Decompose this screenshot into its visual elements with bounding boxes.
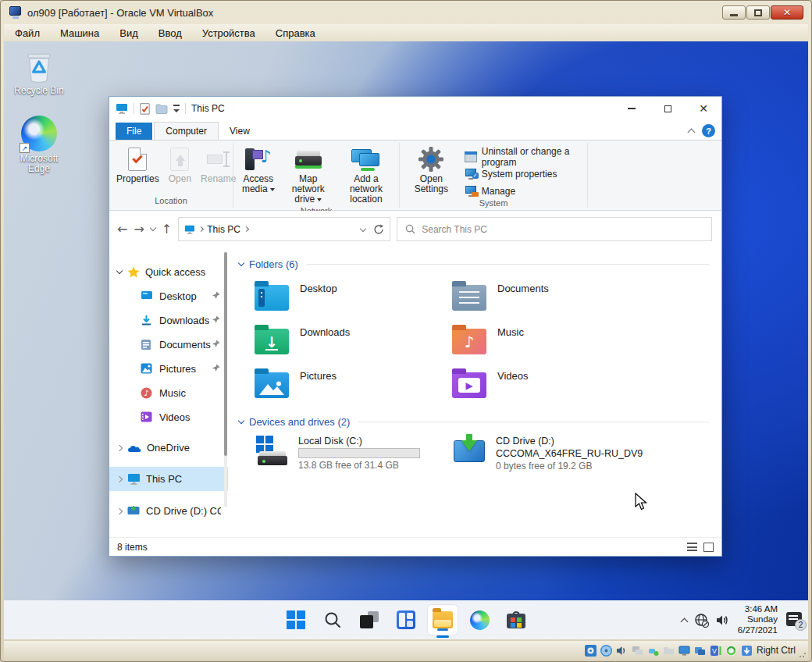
sidebar-item-cd-drive[interactable]: CD Drive (D:) CCCOMA_X64FRE_RU-RU_DV9 [109, 499, 228, 523]
taskbar-edge-button[interactable] [465, 605, 494, 635]
uninstall-program-button[interactable]: Uninstall or change a program [461, 149, 584, 164]
volume-icon[interactable] [716, 614, 731, 627]
taskbar-file-explorer-button[interactable] [428, 605, 458, 635]
breadcrumb-chevron[interactable] [198, 226, 204, 232]
add-network-location-button[interactable]: Add a network location [337, 144, 396, 206]
explorer-window: This PC ✕ File Computer View ? [109, 96, 722, 557]
sidebar-item-pictures[interactable]: Pictures [109, 357, 228, 381]
vbox-maximize-button[interactable] [746, 5, 770, 20]
explorer-close-button[interactable]: ✕ [686, 97, 721, 120]
network-globe-icon[interactable] [694, 613, 709, 628]
qat-new-folder-icon[interactable] [155, 104, 168, 114]
vbox-menu-view[interactable]: Вид [119, 27, 138, 39]
address-bar[interactable]: This PC [178, 217, 390, 241]
chevron-right-icon[interactable] [116, 507, 123, 514]
minimize-ribbon-icon[interactable] [688, 128, 696, 136]
explorer-titlebar[interactable]: This PC ✕ [109, 97, 721, 120]
explorer-maximize-button[interactable] [650, 97, 686, 120]
map-network-drive-button[interactable]: Map network drive [282, 144, 335, 206]
collapse-chevron-icon[interactable] [238, 418, 244, 424]
vbox-menu-devices[interactable]: Устройства [202, 27, 255, 39]
display-icon[interactable] [678, 645, 690, 657]
drive-tile-cd[interactable]: CD Drive (D:) CCCOMA_X64FRE_RU-RU_DV9 0 … [452, 436, 650, 472]
sidebar-scrollbar[interactable] [224, 252, 227, 507]
recent-locations-caret[interactable] [150, 225, 156, 231]
sidebar-item-onedrive[interactable]: OneDrive [109, 436, 228, 460]
sidebar-item-downloads[interactable]: Downloads [109, 308, 228, 333]
taskbar-store-button[interactable] [501, 605, 531, 635]
manage-button[interactable]: Manage [461, 183, 584, 198]
drive-tile-local-disk[interactable]: Local Disk (C:) 13.8 GB free of 31.4 GB [255, 436, 452, 472]
properties-button[interactable]: Properties [112, 144, 163, 186]
desktop-icon-edge[interactable]: ↗ Microsoft Edge [9, 116, 69, 174]
shared-folders-icon[interactable] [663, 645, 675, 657]
section-header-drives[interactable]: Devices and drives (2) [239, 416, 709, 428]
vbox-menu-input[interactable]: Ввод [158, 27, 182, 39]
folder-tile-downloads[interactable]: ↓ Downloads [255, 324, 452, 368]
sidebar-item-desktop[interactable]: Desktop [109, 284, 228, 308]
taskbar-search-button[interactable] [318, 605, 347, 635]
help-button[interactable]: ? [702, 124, 715, 137]
folder-tile-music[interactable]: ♪ Music [452, 324, 650, 368]
collapse-chevron-icon[interactable] [238, 260, 244, 266]
start-button[interactable] [281, 605, 311, 635]
search-input[interactable] [422, 224, 703, 235]
tab-file[interactable]: File [116, 123, 152, 140]
task-view-button[interactable] [354, 605, 384, 635]
search-box[interactable] [397, 217, 712, 241]
recording-icon[interactable] [694, 645, 706, 657]
audio-icon[interactable] [616, 645, 628, 657]
vbox-minimize-button[interactable] [722, 5, 746, 20]
breadcrumb[interactable]: This PC [207, 224, 240, 235]
vbox-menu-file[interactable]: Файл [15, 27, 40, 39]
scrollbar-thumb[interactable] [224, 252, 227, 456]
network-icon[interactable] [632, 645, 643, 657]
system-properties-button[interactable]: ✓ System properties [461, 166, 584, 181]
refresh-icon[interactable] [373, 224, 384, 235]
usb-icon[interactable] [647, 645, 659, 657]
large-icons-view-icon[interactable] [703, 543, 714, 552]
sidebar-item-music[interactable]: ♪ Music [109, 381, 228, 405]
taskbar-clock[interactable]: 3:46 AM Sunday 6/27/2021 [738, 604, 778, 636]
hard-disks-icon[interactable] [585, 645, 597, 657]
folder-tile-pictures[interactable]: Pictures [255, 368, 452, 411]
open-button[interactable]: Open [165, 144, 195, 186]
section-header-folders[interactable]: Folders (6) [239, 258, 709, 270]
access-media-button[interactable]: ♪ Access media [237, 144, 280, 196]
address-dropdown-caret[interactable] [360, 225, 366, 231]
open-settings-button[interactable]: Open Settings [403, 144, 460, 196]
keyboard-capture-icon[interactable] [741, 645, 753, 657]
qat-properties-icon[interactable] [140, 103, 150, 115]
folder-tile-documents[interactable]: Documents [452, 280, 650, 324]
breadcrumb-chevron[interactable] [244, 226, 249, 232]
up-button[interactable]: ↑ [162, 222, 172, 237]
mouse-integration-icon[interactable] [725, 645, 737, 657]
desktop-icon-recycle-bin[interactable]: Recycle Bin [9, 48, 69, 96]
tray-overflow-chevron-icon[interactable] [680, 618, 688, 625]
vm-features-icon[interactable]: V [710, 645, 721, 657]
vbox-menu-help[interactable]: Справка [276, 27, 315, 39]
sidebar-item-quick-access[interactable]: Quick access [109, 260, 228, 284]
sidebar-item-videos[interactable]: Videos [109, 405, 228, 429]
resize-grip[interactable] [799, 650, 807, 658]
folder-tile-desktop[interactable]: Desktop [255, 280, 452, 324]
details-view-icon[interactable] [687, 543, 697, 551]
chevron-right-icon[interactable] [116, 444, 123, 450]
forward-button[interactable]: → [134, 222, 144, 237]
vbox-menu-machine[interactable]: Машина [60, 27, 99, 39]
chevron-down-icon[interactable] [116, 268, 123, 274]
widgets-button[interactable] [391, 605, 421, 635]
back-button[interactable]: ← [117, 222, 127, 237]
sidebar-item-this-pc[interactable]: This PC [109, 467, 228, 491]
sidebar-item-documents[interactable]: Documents [109, 333, 228, 357]
qat-customize-caret[interactable] [173, 105, 180, 112]
vbox-close-button[interactable]: ✕ [771, 5, 803, 20]
chevron-right-icon[interactable] [116, 475, 123, 482]
folder-tile-videos[interactable]: ▶ Videos [452, 368, 650, 411]
optical-drives-icon[interactable] [600, 645, 612, 657]
tab-view[interactable]: View [219, 123, 261, 140]
tab-computer[interactable]: Computer [154, 122, 219, 140]
vbox-titlebar[interactable]: ол909 [Работает] - Oracle VM VirtualBox … [4, 2, 808, 23]
notification-center-button[interactable]: 2 [785, 611, 803, 628]
explorer-minimize-button[interactable] [614, 97, 650, 120]
